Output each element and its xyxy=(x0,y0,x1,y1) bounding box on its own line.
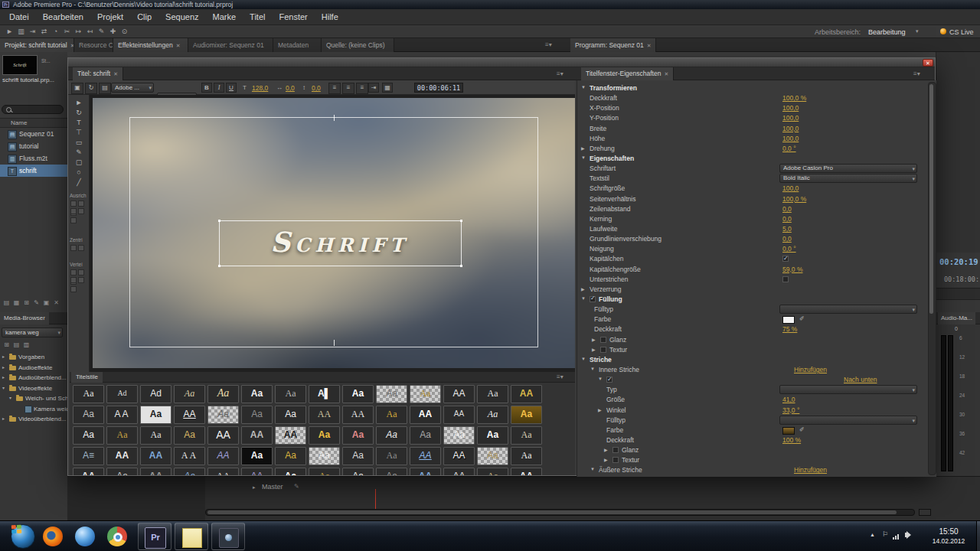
property-value[interactable]: Hinzufügen xyxy=(794,466,827,474)
project-item[interactable]: ▥ Fluss.m2t xyxy=(0,152,67,165)
titler-tool-icon[interactable]: ╱ xyxy=(68,178,90,187)
title-style-swatch[interactable]: AA xyxy=(410,468,441,475)
tab-title-styles[interactable]: Titelstile xyxy=(71,372,103,383)
tab-metadata[interactable]: Metadaten xyxy=(273,38,322,52)
property-row[interactable]: Textstil Bold Italic xyxy=(577,174,916,184)
align-button[interactable] xyxy=(70,208,77,214)
property-dropdown[interactable]: Bold Italic xyxy=(779,174,917,183)
network-icon[interactable] xyxy=(893,532,900,540)
title-canvas[interactable]: SCHRIFT xyxy=(93,98,575,368)
tool-icon[interactable]: ↤ xyxy=(84,25,96,38)
property-value[interactable]: 100,0 xyxy=(782,104,799,112)
property-value[interactable]: 100,0 xyxy=(782,135,799,142)
align-icon[interactable]: ≡ xyxy=(328,83,341,94)
checkbox[interactable] xyxy=(600,337,606,343)
tab-project[interactable]: Projekt: schrift tutorial✕ xyxy=(0,38,74,52)
property-row[interactable]: Deckkraft 75 % xyxy=(577,324,916,334)
title-style-swatch[interactable]: Aa xyxy=(275,406,306,424)
search-field[interactable] xyxy=(2,105,64,114)
property-row[interactable]: Fülltyp xyxy=(577,305,916,315)
title-style-swatch[interactable]: Aa xyxy=(477,406,508,424)
title-style-swatch[interactable]: AA xyxy=(140,447,172,465)
project-footer-icon[interactable]: ✕ xyxy=(51,299,61,306)
property-dropdown[interactable] xyxy=(779,416,917,425)
tab-resource-central[interactable]: Resource C xyxy=(74,38,113,52)
project-item[interactable]: ▤ tutorial xyxy=(0,140,67,152)
resize-handle[interactable] xyxy=(218,265,220,267)
property-row[interactable]: ▶ Glanz xyxy=(577,445,916,455)
property-row[interactable]: ▼ Striche xyxy=(577,355,916,365)
tool-icon[interactable]: ✎ xyxy=(96,25,107,38)
project-footer-icon[interactable]: ⊞ xyxy=(21,299,31,306)
panel-menu-icon[interactable]: ≡▾ xyxy=(557,373,564,380)
property-row[interactable]: Unterstrichen xyxy=(577,275,916,285)
tool-icon[interactable]: ▥ xyxy=(15,25,27,38)
property-row[interactable]: Deckkraft 100 % xyxy=(577,435,916,445)
titler-toolbar-icon[interactable]: ▤ xyxy=(99,83,111,94)
tree-item[interactable]: ▸ Audioeffekte xyxy=(0,363,67,373)
twirl-icon[interactable]: ▾ xyxy=(2,385,5,390)
title-style-swatch[interactable]: Aa xyxy=(477,468,508,475)
title-style-swatch[interactable]: Aa xyxy=(241,385,273,403)
title-style-swatch[interactable]: Aa xyxy=(309,426,340,445)
sticky-notes-taskbar-button[interactable] xyxy=(175,523,208,550)
distribute-button[interactable] xyxy=(78,269,84,276)
title-style-swatch[interactable]: Aa xyxy=(477,385,508,403)
titler-tool-icon[interactable]: ► xyxy=(68,98,90,108)
twirl-icon[interactable]: ▸ xyxy=(2,364,5,370)
property-value[interactable]: Hinzufügen xyxy=(794,366,827,373)
preset-dropdown[interactable]: kamera weg xyxy=(2,328,63,337)
title-style-swatch[interactable]: Aa xyxy=(342,447,374,465)
align-icon[interactable]: ≡ xyxy=(342,83,354,94)
project-footer-icon[interactable]: ▤ xyxy=(2,299,11,306)
browser-view-icon[interactable]: ⊞ xyxy=(2,341,11,348)
track-twirl-icon[interactable]: ▸ xyxy=(253,484,256,491)
property-value[interactable]: 0,0 ° xyxy=(782,145,796,152)
panel-menu-icon[interactable]: ≡▾ xyxy=(545,41,552,48)
property-row[interactable]: ▼ Innere Striche Hinzufügen xyxy=(577,365,916,375)
taskbar-clock[interactable]: 15:50 14.02.2012 xyxy=(923,527,974,546)
twirl-icon[interactable]: ▾ xyxy=(9,395,11,400)
title-style-swatch[interactable]: Aa xyxy=(376,426,407,445)
property-row[interactable]: Kerning 0,0 xyxy=(577,214,916,224)
tool-icon[interactable]: ► xyxy=(4,25,15,38)
title-style-swatch[interactable]: Aa xyxy=(207,406,239,424)
title-style-swatch[interactable]: A≡ xyxy=(73,447,104,465)
title-style-swatch[interactable]: AA xyxy=(410,447,441,465)
property-row[interactable]: Deckkraft 100,0 % xyxy=(577,93,916,103)
panel-menu-icon[interactable]: ≡▾ xyxy=(557,70,564,77)
master-track-label[interactable]: Master xyxy=(262,483,283,491)
align-button[interactable] xyxy=(78,201,84,207)
title-style-swatch[interactable]: AA xyxy=(174,406,205,424)
property-value[interactable]: 100,0 % xyxy=(782,195,806,203)
title-style-swatch[interactable]: Aa xyxy=(477,447,508,465)
property-row[interactable]: Typ xyxy=(577,385,916,395)
title-style-swatch[interactable]: Aa xyxy=(309,468,340,475)
title-style-swatch[interactable]: AA xyxy=(511,385,542,403)
title-style-swatch[interactable]: Aa xyxy=(106,468,138,475)
property-value[interactable]: 75 % xyxy=(782,325,797,333)
project-footer-icon[interactable]: ✎ xyxy=(31,299,41,306)
property-value[interactable]: 41,0 xyxy=(782,396,795,403)
property-value[interactable]: 100,0 xyxy=(782,184,799,192)
leading-value[interactable]: 0,0 xyxy=(312,84,321,92)
distribute-button[interactable] xyxy=(70,286,77,292)
titler-tool-icon[interactable]: ○ xyxy=(68,168,90,178)
checkbox[interactable] xyxy=(782,276,789,282)
property-value[interactable]: 100,0 xyxy=(782,114,799,122)
tool-icon[interactable]: ↦ xyxy=(73,25,84,38)
property-dropdown[interactable] xyxy=(779,305,917,314)
tool-icon[interactable]: ⇥ xyxy=(27,25,38,38)
title-text[interactable]: SCHRIFT xyxy=(219,220,460,265)
title-style-swatch[interactable]: Aa xyxy=(275,468,306,475)
title-style-swatch[interactable]: Aa xyxy=(174,426,205,445)
property-row[interactable]: Laufweite 5,0 xyxy=(577,224,916,234)
title-style-swatch[interactable]: Aa xyxy=(342,426,374,445)
property-value[interactable]: 33,0 ° xyxy=(782,406,799,414)
titler-tool-icon[interactable]: ↻ xyxy=(68,108,90,118)
property-value[interactable]: 5,0 xyxy=(782,225,792,233)
property-row[interactable]: ▼ Füllung xyxy=(577,295,916,305)
properties-scrollbar[interactable] xyxy=(928,82,936,475)
project-footer-icon[interactable]: ▣ xyxy=(41,299,51,306)
menu-item[interactable]: Datei xyxy=(2,9,36,25)
